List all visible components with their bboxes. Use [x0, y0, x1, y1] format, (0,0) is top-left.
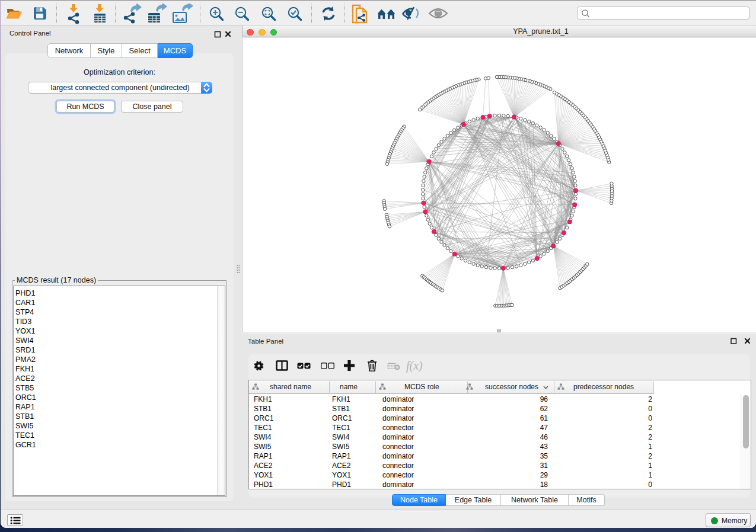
svg-text:f(x): f(x) — [406, 359, 423, 373]
